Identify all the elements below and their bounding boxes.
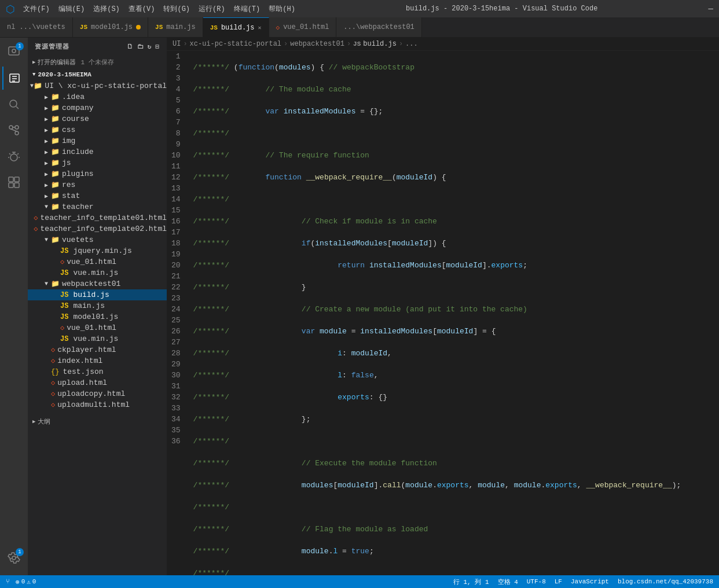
tree-item-ckplayer[interactable]: ◇ ckplayer.html bbox=[28, 344, 167, 355]
breadcrumb-portal[interactable]: xc-ui-pc-static-portal bbox=[190, 40, 281, 48]
html-icon: ◇ bbox=[51, 357, 55, 365]
source-label: blog.csdn.net/qq_42039738 bbox=[618, 578, 713, 585]
tree-item-test-json[interactable]: {} test.json bbox=[28, 366, 167, 377]
tree-item-webpacktest01[interactable]: ▼ 📁 webpacktest01 bbox=[28, 278, 167, 289]
tab-model01[interactable]: JS model01.js bbox=[73, 17, 148, 37]
statusbar-errors[interactable]: ⊗ 0 ⚠ 0 bbox=[16, 578, 36, 586]
menu-run[interactable]: 运行(R) bbox=[199, 4, 225, 14]
tab-close-button[interactable]: ✕ bbox=[258, 24, 261, 31]
tree-item-vue-min[interactable]: JS vue.min.js bbox=[28, 267, 167, 278]
tree-item-upload[interactable]: ◇ upload.html bbox=[28, 377, 167, 388]
folder-icon: 📁 bbox=[51, 280, 60, 288]
menu-select[interactable]: 选择(S) bbox=[93, 4, 120, 14]
js-icon: JS bbox=[80, 24, 87, 31]
menu-edit[interactable]: 编辑(E) bbox=[58, 4, 85, 14]
folder-arrow: ▼ bbox=[42, 204, 51, 210]
open-editors-count: 1 个未保存 bbox=[80, 58, 113, 67]
activity-item-explorer[interactable] bbox=[2, 67, 25, 90]
statusbar: ⑂ ⊗ 0 ⚠ 0 行 1, 列 1 空格 4 UTF-8 LF JavaScr… bbox=[0, 575, 719, 588]
menu-view[interactable]: 查看(V) bbox=[129, 4, 155, 14]
breadcrumb-ui[interactable]: UI bbox=[173, 40, 181, 48]
js-icon: JS bbox=[210, 24, 218, 31]
statusbar-language[interactable]: JavaScript bbox=[571, 578, 609, 585]
activity-item-search[interactable] bbox=[2, 93, 25, 116]
tree-item-ui[interactable]: ▼ 📁 UI \ xc-ui-pc-static-portal bbox=[28, 80, 167, 91]
breadcrumb-webpack[interactable]: webpacktest01 bbox=[290, 40, 344, 48]
folder-arrow: ▶ bbox=[42, 182, 51, 189]
tree-item-index[interactable]: ◇ index.html bbox=[28, 355, 167, 366]
open-editors-section[interactable]: ▶ 打开的编辑器 1 个未保存 bbox=[28, 56, 167, 69]
menu-goto[interactable]: 转到(G) bbox=[163, 4, 190, 14]
tree-item-teacher-info-02[interactable]: ◇ teacher_info_template02.html bbox=[28, 223, 167, 234]
code-content[interactable]: /******/ (function(modules) { // webpack… bbox=[188, 51, 719, 575]
tree-item-main-js[interactable]: JS main.js bbox=[28, 300, 167, 311]
folder-arrow: ▶ bbox=[42, 94, 51, 101]
tree-item-vue-min2[interactable]: JS vue.min.js bbox=[28, 333, 167, 344]
tree-item-include[interactable]: ▶ 📁 include bbox=[28, 146, 167, 157]
new-file-icon[interactable]: 🗋 bbox=[127, 43, 134, 50]
folder-arrow: ▶ bbox=[42, 116, 51, 123]
menu-help[interactable]: 帮助(H) bbox=[269, 4, 295, 14]
statusbar-eol[interactable]: LF bbox=[555, 578, 562, 585]
svg-rect-14 bbox=[9, 177, 13, 182]
breadcrumb-file[interactable]: build.js bbox=[363, 40, 397, 48]
svg-rect-15 bbox=[14, 177, 19, 182]
tab-build[interactable]: JS build.js ✕ bbox=[203, 17, 269, 37]
folder-arrow: ▶ bbox=[42, 193, 51, 200]
tree-item-uploadmulti[interactable]: ◇ uploadmulti.html bbox=[28, 399, 167, 410]
new-folder-icon[interactable]: 🗀 bbox=[137, 43, 144, 50]
tree-item-vuetets[interactable]: ▼ 📁 vuetets bbox=[28, 234, 167, 245]
error-icon: ⊗ bbox=[16, 578, 20, 586]
statusbar-encoding[interactable]: UTF-8 bbox=[527, 578, 546, 585]
tree-item-plugins[interactable]: ▶ 📁 plugins bbox=[28, 168, 167, 179]
tree-item-model01-js[interactable]: JS model01.js bbox=[28, 311, 167, 322]
root-folder[interactable]: ▼ 2020-3-15HEIMA bbox=[28, 69, 167, 80]
folder-icon: 📁 bbox=[34, 82, 42, 90]
tree-item-js[interactable]: ▶ 📁 js bbox=[28, 157, 167, 168]
statusbar-spaces[interactable]: 空格 4 bbox=[498, 578, 518, 586]
tree-item-vue01-html[interactable]: ◇ vue_01.html bbox=[28, 256, 167, 267]
menu-terminal[interactable]: 终端(T) bbox=[234, 4, 261, 14]
svg-point-10 bbox=[15, 126, 19, 129]
tab-vue01[interactable]: ◇ vue_01.html bbox=[269, 17, 337, 37]
tab-nl-vuetets[interactable]: nl ...\vuetets bbox=[0, 17, 73, 37]
statusbar-git[interactable]: ⑂ bbox=[6, 578, 10, 585]
open-editors-label: 打开的编辑器 bbox=[38, 58, 76, 67]
activity-item-extensions[interactable] bbox=[2, 171, 25, 194]
folder-arrow: ▼ bbox=[42, 281, 51, 287]
menu-file[interactable]: 文件(F) bbox=[23, 4, 50, 14]
tree-item-css[interactable]: ▶ 📁 css bbox=[28, 124, 167, 135]
statusbar-source[interactable]: blog.csdn.net/qq_42039738 bbox=[618, 578, 713, 585]
activity-item-scm[interactable] bbox=[2, 119, 25, 142]
tree-item-course[interactable]: ▶ 📁 course bbox=[28, 113, 167, 124]
code-editor[interactable]: 12345 678910 1112131415 1617181920 21222… bbox=[167, 51, 719, 575]
tree-item-idea[interactable]: ▶ 📁 .idea bbox=[28, 91, 167, 102]
collapse-icon[interactable]: ⊟ bbox=[155, 43, 160, 50]
tree-item-uploadcopy[interactable]: ◇ uploadcopy.html bbox=[28, 388, 167, 399]
tab-main[interactable]: JS main.js bbox=[148, 17, 203, 37]
tree-item-img[interactable]: ▶ 📁 img bbox=[28, 135, 167, 146]
svg-point-18 bbox=[12, 556, 16, 560]
tree-item-stat[interactable]: ▶ 📁 stat bbox=[28, 190, 167, 201]
tree-item-jquery[interactable]: JS jquery.min.js bbox=[28, 245, 167, 256]
tree-item-company[interactable]: ▶ 📁 company bbox=[28, 102, 167, 113]
tab-label: build.js bbox=[221, 24, 255, 32]
tree-item-teacher[interactable]: ▼ 📁 teacher bbox=[28, 201, 167, 212]
error-count: 0 bbox=[21, 578, 25, 585]
tree-item-vue01-html2[interactable]: ◇ vue_01.html bbox=[28, 322, 167, 333]
activity-item-settings[interactable]: 1 bbox=[2, 546, 25, 569]
spaces-label: 空格 4 bbox=[498, 578, 518, 586]
minimize-button[interactable]: — bbox=[709, 4, 713, 13]
tree-item-res[interactable]: ▶ 📁 res bbox=[28, 179, 167, 190]
tab-webpacktest01[interactable]: ...\webpacktest01 bbox=[336, 17, 421, 37]
refresh-icon[interactable]: ↻ bbox=[148, 43, 152, 50]
tree-item-build-js[interactable]: JS build.js bbox=[28, 289, 167, 300]
activity-item-account[interactable]: 1 bbox=[2, 41, 25, 64]
tree-item-teacher-info-01[interactable]: ◇ teacher_info_template01.html bbox=[28, 212, 167, 223]
statusbar-position[interactable]: 行 1, 列 1 bbox=[453, 578, 489, 586]
activity-item-debug[interactable] bbox=[2, 145, 25, 168]
html-icon: ◇ bbox=[60, 258, 64, 266]
outline-section[interactable]: ▶ 大纲 bbox=[28, 415, 167, 428]
folder-icon: 📁 bbox=[51, 104, 60, 112]
folder-icon: 📁 bbox=[51, 203, 60, 211]
